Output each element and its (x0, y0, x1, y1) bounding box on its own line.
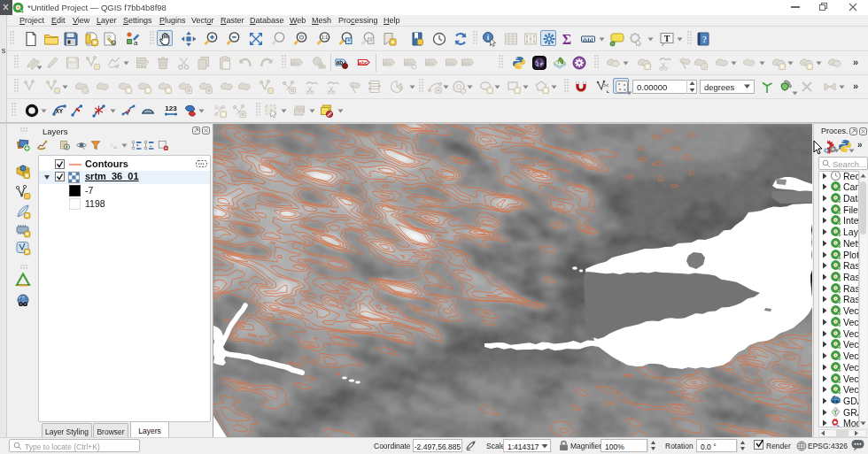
svg-text:123: 123 (165, 104, 177, 112)
svg-text:abc: abc (383, 60, 391, 65)
svg-text:abc: abc (446, 60, 455, 65)
svg-text:?: ? (701, 34, 707, 44)
svg-text:abc: abc (461, 60, 470, 65)
svg-text:abc: abc (405, 60, 414, 65)
svg-text:ab: ab (337, 59, 344, 65)
svg-text:ε: ε (111, 142, 113, 149)
svg-text:1:1: 1:1 (321, 35, 328, 40)
svg-text:abc: abc (426, 60, 435, 65)
svg-text:GDAL: GDAL (831, 400, 841, 404)
svg-text:a: a (134, 39, 138, 47)
svg-text:XY: XY (55, 108, 63, 114)
svg-text:abc: abc (291, 60, 300, 65)
svg-text:abc: abc (358, 59, 368, 65)
svg-text:Σ: Σ (562, 31, 571, 46)
svg-text:T: T (663, 33, 670, 42)
